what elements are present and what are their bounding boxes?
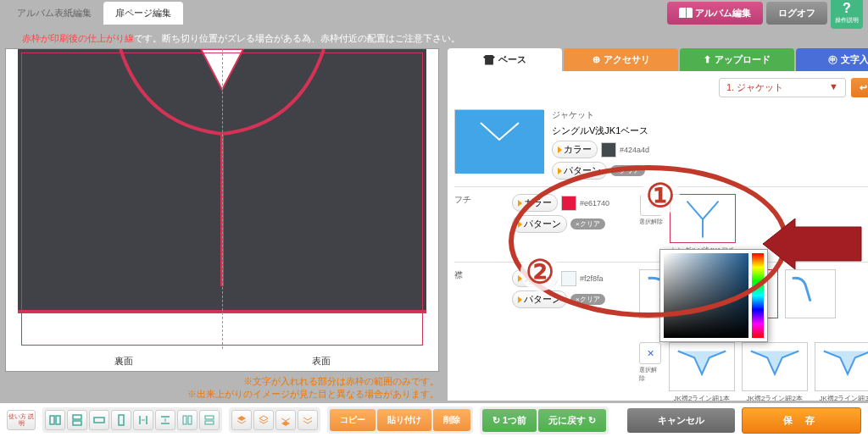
- tab-page-edit[interactable]: 扉ページ編集: [103, 2, 183, 25]
- jacket-props: ジャケット シングルV浅JK1ベース カラー #424a4d パターン ×クリア: [552, 109, 670, 180]
- jacket-clear-button[interactable]: ×クリア: [610, 165, 645, 176]
- eri-opt5-label: JK襟2ライン細3本: [820, 394, 868, 401]
- align-btn-3[interactable]: [89, 410, 109, 430]
- tab-base[interactable]: ベース: [448, 48, 562, 71]
- guide-button[interactable]: 使い方 説明: [7, 410, 36, 430]
- chevron-down-icon: ▼: [829, 81, 838, 94]
- note2: ※出来上がりのイメージが見た目と異なる場合があります。: [5, 388, 439, 401]
- shirt-icon: [483, 55, 495, 65]
- paste-button[interactable]: 貼り付け: [377, 409, 431, 431]
- tab-accessory-label: アクセサリ: [604, 53, 650, 66]
- canvas-notes: ※文字が入れれる部分は赤枠の範囲のみです。 ※出来上がりのイメージが見た目と異な…: [5, 375, 439, 401]
- layer-btn-2[interactable]: [253, 410, 274, 430]
- warning-text: です。断ち切り位置がズレる場合がある為、赤枠付近の配置はご注意下さい。: [134, 33, 460, 43]
- svg-rect-10: [205, 421, 214, 424]
- align-btn-7[interactable]: [177, 410, 198, 430]
- warning-red: 赤枠が印刷後の仕上がり線: [22, 33, 134, 43]
- arrow-icon: [558, 168, 562, 174]
- color-label: カラー: [524, 196, 552, 209]
- svg-rect-7: [183, 416, 186, 424]
- tab-upload[interactable]: ⬆アップロード: [680, 48, 794, 71]
- section-jacket: ジャケット シングルV浅JK1ベース カラー #424a4d パターン ×クリア: [454, 102, 868, 187]
- help-icon: ?: [843, 1, 851, 16]
- fuchi-option-1[interactable]: シングルV浅JK1フチ: [670, 194, 736, 255]
- fuchi-pattern-button[interactable]: パターン: [512, 215, 567, 233]
- eri-clear-button[interactable]: ×クリア: [570, 294, 605, 305]
- layer-btn-3[interactable]: [275, 410, 296, 430]
- warning-bar: 赤枠が印刷後の仕上がり線です。断ち切り位置がズレる場合がある為、赤枠付近の配置は…: [5, 30, 863, 48]
- svg-rect-4: [73, 421, 81, 425]
- cancel-button[interactable]: キャンセル: [627, 408, 735, 433]
- svg-rect-8: [188, 416, 192, 424]
- top-right: アルバム編集 ログオフ ? 操作説明: [667, 0, 863, 29]
- fuchi-options: ✕ 選択解除 シングルV浅JK1フチ: [639, 194, 868, 255]
- eri-deselect[interactable]: ✕: [639, 342, 661, 364]
- eri-option-4[interactable]: JK襟2ライン細2本: [742, 342, 808, 401]
- layer-group: [229, 407, 320, 433]
- align-btn-1[interactable]: [45, 410, 65, 430]
- main-area: 赤枠が印刷後の仕上がり線です。断ち切り位置がズレる場合がある為、赤枠付近の配置は…: [0, 25, 868, 403]
- eri-opt4-label: JK襟2ライン細2本: [747, 394, 803, 401]
- logoff-button[interactable]: ログオフ: [766, 2, 827, 25]
- layer-btn-1[interactable]: [231, 410, 252, 430]
- tab-text[interactable]: ㊥文字入力: [796, 48, 868, 71]
- eri-opt3-label: JK襟2ライン細1本: [674, 394, 730, 401]
- jacket-thumbnail[interactable]: [454, 109, 543, 173]
- undo-arrow-icon: ↩: [860, 82, 867, 92]
- fuchi-hex: #e61740: [580, 199, 609, 207]
- undo-label: 1つ前: [503, 414, 526, 427]
- arrow-icon: [518, 221, 522, 228]
- jacket-select[interactable]: 1. ジャケット▼: [719, 78, 846, 97]
- eri-color-swatch[interactable]: [561, 271, 576, 286]
- picker-saturation[interactable]: [664, 253, 748, 338]
- svg-rect-9: [205, 416, 214, 419]
- fuchi-props: カラー #e61740 パターン ×クリア: [512, 194, 631, 233]
- jacket-hex: #424a4d: [620, 146, 649, 154]
- album-edit-button[interactable]: アルバム編集: [667, 2, 763, 25]
- eri-option-5[interactable]: JK襟2ライン細3本: [815, 342, 868, 401]
- workspace: 裏面 表面 ※文字が入れれる部分は赤枠の範囲のみです。 ※出来上がりのイメージが…: [5, 48, 863, 401]
- print-guide: [21, 53, 423, 346]
- save-button[interactable]: 保 存: [742, 407, 861, 434]
- eri-label: 襟: [454, 269, 504, 281]
- align-btn-6[interactable]: [155, 410, 175, 430]
- undo-button[interactable]: ↻1つ前: [482, 409, 537, 432]
- jacket-color-swatch[interactable]: [601, 142, 616, 158]
- align-btn-2[interactable]: [67, 410, 87, 430]
- book-icon: [679, 8, 693, 18]
- layer-btn-4[interactable]: [298, 410, 318, 430]
- fuchi-color-button[interactable]: カラー: [512, 194, 558, 212]
- canvas[interactable]: 裏面 表面: [5, 48, 439, 372]
- tab-accessory[interactable]: ⊕アクセサリ: [564, 48, 678, 71]
- edit-group: コピー 貼り付け 削除: [327, 407, 473, 434]
- redo-button[interactable]: 元に戻す↻: [538, 409, 606, 432]
- eri-color-button[interactable]: カラー: [512, 269, 558, 287]
- align-btn-8[interactable]: [199, 410, 220, 430]
- jacket-pattern-button[interactable]: パターン: [552, 162, 607, 180]
- align-btn-4[interactable]: [111, 410, 131, 430]
- help-button[interactable]: ? 操作説明: [831, 0, 863, 29]
- jacket-color-button[interactable]: カラー: [552, 141, 598, 158]
- eri-option-3[interactable]: JK襟2ライン細1本: [669, 342, 735, 401]
- fuchi-clear-button[interactable]: ×クリア: [570, 218, 605, 230]
- svg-rect-1: [50, 416, 54, 424]
- tab-upload-label: アップロード: [715, 53, 771, 66]
- plus-icon: ⊕: [593, 54, 600, 65]
- tab-cover-edit[interactable]: アルバム表紙編集: [5, 2, 103, 25]
- text-icon: ㊥: [828, 53, 837, 66]
- color-picker-popup[interactable]: [659, 249, 768, 342]
- fuchi-deselect[interactable]: ✕: [640, 194, 662, 216]
- back-button[interactable]: ↩もどる: [851, 78, 868, 97]
- delete-button[interactable]: 削除: [433, 409, 470, 431]
- eri-pattern-button[interactable]: パターン: [512, 290, 567, 308]
- tab-text-label: 文字入力: [841, 53, 868, 66]
- note1: ※文字が入れれる部分は赤枠の範囲のみです。: [5, 375, 439, 388]
- fuchi-color-swatch[interactable]: [561, 196, 576, 211]
- picker-hue[interactable]: [752, 253, 764, 338]
- pattern-btn-label: パターン: [564, 164, 601, 177]
- eri-option-partial[interactable]: [785, 269, 836, 318]
- copy-button[interactable]: コピー: [330, 409, 376, 431]
- eri-props: カラー #f2f8fa パターン ×クリア: [512, 269, 631, 308]
- align-btn-5[interactable]: [133, 410, 153, 430]
- history-group: ↻1つ前 元に戻す↻: [480, 407, 609, 434]
